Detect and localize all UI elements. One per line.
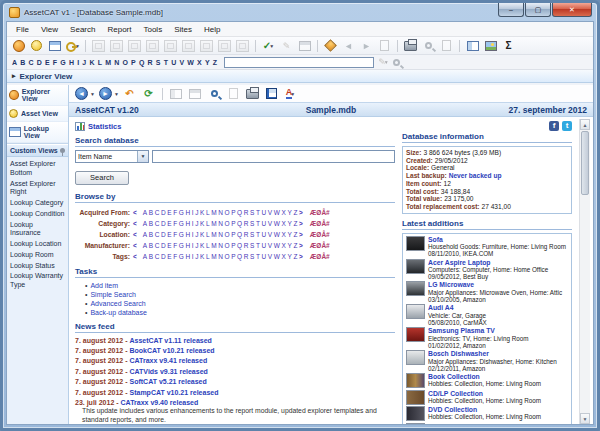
browse-special-letters-link[interactable]: ÆØÅ# (310, 231, 330, 238)
delete-item-icon[interactable] (126, 38, 143, 54)
refresh-icon[interactable]: ⟳ (140, 86, 157, 102)
letter-link[interactable]: P (231, 253, 235, 260)
letter-link[interactable]: T (164, 59, 168, 66)
forward-history-dropdown[interactable]: ▼ (114, 91, 119, 97)
browse-next-link[interactable]: > (299, 220, 303, 227)
letter-link[interactable]: B (149, 253, 153, 260)
pin-icon[interactable] (60, 148, 65, 153)
letter-link[interactable]: H (69, 59, 74, 66)
latest-addition-item[interactable]: Samsung Plasma TV Electronics: TV, Home:… (406, 327, 568, 348)
letter-link[interactable]: X (197, 59, 202, 66)
custom-view-item[interactable]: Lookup Status (7, 261, 68, 272)
letter-link[interactable]: F (53, 59, 57, 66)
letter-link[interactable]: Z (213, 59, 217, 66)
latest-addition-item[interactable]: Book Collection Hobbies: Collection, Hom… (406, 373, 568, 388)
letter-link[interactable]: N (114, 59, 119, 66)
letter-link[interactable]: G (60, 59, 65, 66)
scrollbar-thumb[interactable] (581, 131, 589, 195)
custom-view-item[interactable]: Asset Explorer Bottom (7, 159, 68, 179)
browse-special-letters-link[interactable]: ÆØÅ# (310, 242, 330, 249)
browse-prev-link[interactable]: < (133, 253, 137, 260)
letter-link[interactable]: E (167, 253, 171, 260)
item-name-link[interactable]: CD/LP Collection (428, 390, 541, 397)
scroll-down-icon[interactable]: ▼ (580, 413, 590, 424)
letter-link[interactable]: J (82, 59, 86, 66)
letter-link[interactable]: R (148, 59, 153, 66)
layout-panel-icon[interactable] (168, 86, 185, 102)
browse-next-link[interactable]: > (299, 253, 303, 260)
history-forward-icon[interactable]: ► (358, 38, 375, 54)
letter-link[interactable]: Z (293, 253, 297, 260)
letter-link[interactable]: S (250, 253, 254, 260)
letter-link[interactable]: X (282, 253, 286, 260)
latest-addition-item[interactable]: Audi A4 Vehicle: Car, Garage 05/08/2010,… (406, 304, 568, 325)
letter-link[interactable]: I (77, 59, 79, 66)
letter-link[interactable]: V (179, 59, 184, 66)
collapse-arrow-icon[interactable]: ▸ (12, 72, 16, 80)
search-field-selector[interactable]: Item Name ▼ (75, 150, 149, 163)
print-preview-icon[interactable] (420, 38, 437, 54)
browse-prev-link[interactable]: < (133, 231, 137, 238)
font-style-icon[interactable]: A▼ (282, 86, 299, 102)
task-link[interactable]: Advanced Search (90, 300, 145, 307)
back-button[interactable]: ◄ (73, 86, 90, 102)
menu-item[interactable]: Sites (168, 23, 198, 36)
facebook-icon[interactable]: f (549, 121, 559, 131)
web-lookup-icon[interactable] (322, 38, 339, 54)
browse-prev-link[interactable]: < (133, 209, 137, 216)
latest-addition-item[interactable]: CD/LP Collection Hobbies: Collection, Ho… (406, 390, 568, 405)
slideshow-icon[interactable] (225, 86, 242, 102)
letter-link[interactable]: W (187, 59, 194, 66)
explorer-view-icon[interactable] (10, 38, 27, 54)
history-back-icon[interactable]: ◄ (340, 38, 357, 54)
task-link[interactable]: Add item (90, 282, 118, 289)
letter-link[interactable]: A (12, 59, 17, 66)
item-name-link[interactable]: Bosch Dishwasher (428, 350, 557, 357)
letter-link[interactable]: F (173, 253, 177, 260)
custom-view-item[interactable]: Lookup Room (7, 250, 68, 261)
quick-filter-icon[interactable]: ✎▼ (378, 57, 389, 67)
item-name-link[interactable]: Samsung Plasma TV (428, 327, 528, 334)
export-icon[interactable] (438, 38, 455, 54)
edit-item-icon[interactable] (108, 38, 125, 54)
lookup-view-icon[interactable] (46, 38, 63, 54)
search-input[interactable] (152, 150, 395, 163)
browse-special-letters-link[interactable]: ÆØÅ# (310, 209, 330, 216)
back-history-dropdown[interactable]: ▼ (90, 91, 95, 97)
latest-addition-item[interactable]: LG Microwave Major Appliances: Microwave… (406, 281, 568, 302)
custom-view-item[interactable]: Lookup Warranty Type (7, 271, 68, 291)
letter-link[interactable]: C (155, 253, 160, 260)
custom-view-item[interactable]: Asset Explorer Right (7, 179, 68, 199)
up-level-icon[interactable]: ↶ (121, 86, 138, 102)
browse-next-link[interactable]: > (299, 242, 303, 249)
browse-special-letters-link[interactable]: ÆØÅ# (310, 253, 330, 260)
browse-prev-link[interactable]: < (133, 242, 137, 249)
search-button[interactable]: Search (75, 171, 129, 185)
browse-next-link[interactable]: > (299, 231, 303, 238)
scroll-up-icon[interactable]: ▲ (580, 119, 590, 130)
letter-link[interactable]: G (179, 253, 184, 260)
letter-link[interactable]: C (29, 59, 34, 66)
sidebar-item-asset-view[interactable]: Asset View (7, 106, 68, 122)
browse-special-letters-link[interactable]: ÆØÅ# (310, 220, 330, 227)
item-name-link[interactable]: Book Collection (428, 373, 541, 380)
twitter-icon[interactable]: t (562, 121, 572, 131)
custom-views-header[interactable]: Custom Views (7, 144, 68, 157)
letter-link[interactable]: D (37, 59, 42, 66)
scrollbar-track[interactable] (580, 196, 590, 413)
quick-find-icon[interactable] (393, 59, 400, 66)
save-record-icon[interactable] (234, 38, 251, 54)
letter-link[interactable]: A (143, 253, 147, 260)
grid-view-icon[interactable] (296, 38, 313, 54)
sidebar-item-lookup-view[interactable]: Lookup View (7, 122, 68, 143)
image-viewer-icon[interactable] (482, 38, 499, 54)
letter-link[interactable]: N (218, 253, 223, 260)
statistics-link[interactable]: Statistics (88, 122, 121, 131)
title-bar[interactable]: AssetCAT v1 - [Database Sample.mdb] – ▢ … (3, 3, 597, 21)
custom-view-item[interactable]: Lookup Category (7, 198, 68, 209)
latest-addition-item[interactable]: Acer Aspire Laptop Computers: Computer, … (406, 259, 568, 280)
latest-addition-item[interactable]: Bosch Dishwasher Major Appliances: Dishw… (406, 350, 568, 371)
news-title-link[interactable]: StampCAT v10.21 released (129, 389, 218, 396)
letter-link[interactable]: V (268, 253, 272, 260)
item-name-link[interactable]: Acer Aspire Laptop (428, 259, 548, 266)
